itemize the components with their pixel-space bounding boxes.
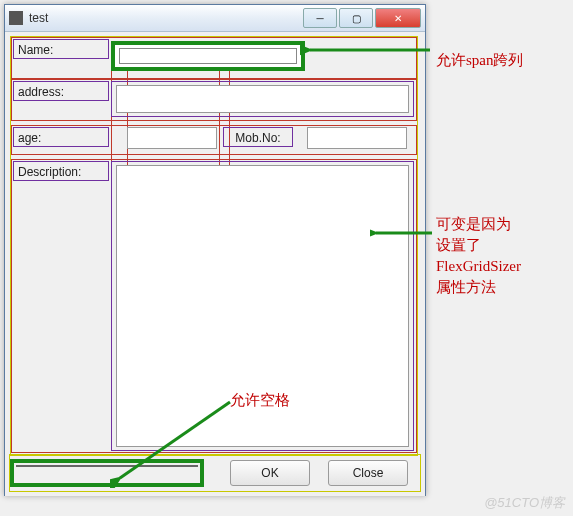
mobno-label: Mob.No: (223, 127, 293, 147)
close-button[interactable]: Close (328, 460, 408, 486)
form-grid: Name: address: age: Mob.No: Description: (10, 36, 418, 456)
bottom-bar: OK Close (9, 454, 421, 492)
name-label: Name: (13, 39, 109, 59)
client-area: Name: address: age: Mob.No: Description: (5, 32, 425, 496)
ok-button[interactable]: OK (230, 460, 310, 486)
titlebar[interactable]: test ─ ▢ ✕ (5, 5, 425, 32)
window-title: test (29, 11, 301, 25)
name-input[interactable] (119, 48, 297, 64)
empty-slot (10, 459, 204, 487)
window-close-button[interactable]: ✕ (375, 8, 421, 28)
age-input[interactable] (127, 127, 217, 149)
minimize-button[interactable]: ─ (303, 8, 337, 28)
annotation-space: 允许空格 (230, 390, 290, 411)
app-window: test ─ ▢ ✕ Name: address: age: (4, 4, 426, 496)
watermark: @51CTO博客 (484, 494, 565, 512)
address-input-wrap (111, 81, 414, 117)
annotation-span: 允许span跨列 (436, 50, 524, 71)
mobno-input[interactable] (307, 127, 407, 149)
app-icon (9, 11, 23, 25)
annotation-flex: 可变是因为 设置了 FlexGridSizer 属性方法 (436, 214, 521, 298)
maximize-button[interactable]: ▢ (339, 8, 373, 28)
name-input-wrap (111, 41, 305, 71)
empty-slot-inner (16, 465, 198, 481)
age-label: age: (13, 127, 109, 147)
address-input[interactable] (116, 85, 409, 113)
description-label: Description: (13, 161, 109, 181)
address-label: address: (13, 81, 109, 101)
